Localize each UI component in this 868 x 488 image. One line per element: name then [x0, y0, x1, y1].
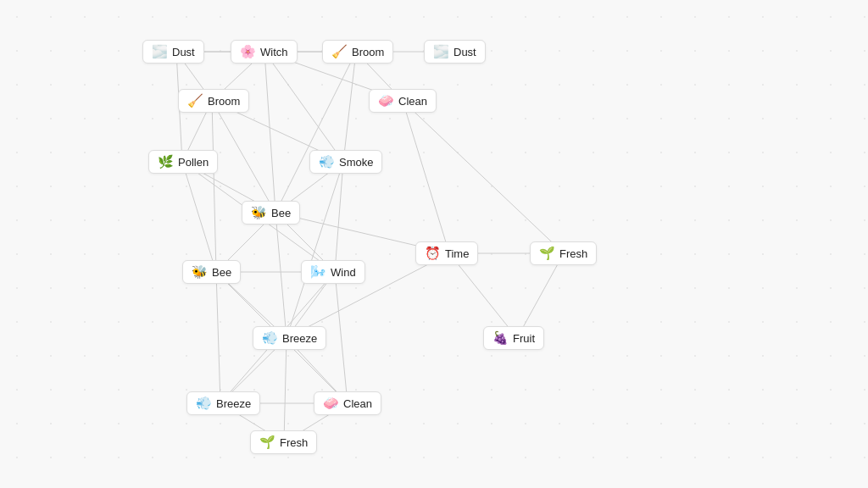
node-witch[interactable]: 🌸Witch [231, 40, 298, 64]
node-emoji-broom2: 🧹 [187, 93, 203, 108]
node-label-breeze2: Breeze [216, 397, 251, 410]
svg-line-30 [449, 253, 517, 338]
node-pollen[interactable]: 🌿Pollen [148, 150, 218, 174]
node-label-dust1: Dust [172, 46, 195, 58]
svg-line-24 [287, 162, 343, 338]
node-emoji-fresh2: 🌱 [259, 435, 275, 450]
svg-line-17 [403, 101, 449, 253]
svg-line-34 [216, 272, 220, 403]
node-broom2[interactable]: 🧹Broom [178, 89, 249, 113]
node-fresh1[interactable]: 🌱Fresh [530, 241, 597, 265]
node-label-bee1: Bee [271, 207, 291, 219]
svg-line-8 [264, 52, 275, 213]
node-wind[interactable]: 🌬️Wind [301, 260, 365, 284]
svg-line-7 [264, 52, 343, 162]
node-label-clean1: Clean [398, 95, 427, 108]
node-emoji-witch: 🌸 [240, 44, 256, 59]
node-dust2[interactable]: 🌫️Dust [424, 40, 486, 64]
node-dust1[interactable]: 🌫️Dust [142, 40, 204, 64]
svg-line-38 [335, 272, 348, 403]
node-label-wind: Wind [331, 266, 356, 279]
node-breeze1[interactable]: 💨Breeze [253, 326, 326, 350]
node-emoji-dust2: 🌫️ [433, 44, 449, 59]
node-emoji-time: ⏰ [425, 246, 441, 261]
node-bee2[interactable]: 🐝Bee [182, 260, 241, 284]
node-emoji-pollen: 🌿 [158, 154, 174, 169]
node-smoke[interactable]: 💨Smoke [309, 150, 382, 174]
node-emoji-clean1: 🧼 [378, 93, 394, 108]
node-label-broom1: Broom [352, 46, 384, 58]
node-breeze2[interactable]: 💨Breeze [186, 391, 260, 415]
svg-line-12 [275, 52, 356, 213]
node-emoji-bee1: 🐝 [251, 205, 267, 220]
svg-line-15 [212, 101, 275, 213]
svg-line-41 [284, 338, 287, 442]
node-fruit[interactable]: 🍇Fruit [483, 326, 544, 350]
node-bee1[interactable]: 🐝Bee [242, 201, 300, 225]
svg-line-11 [343, 52, 356, 162]
node-label-bee2: Bee [212, 266, 231, 279]
node-label-time: Time [445, 247, 469, 260]
node-label-fruit: Fruit [513, 332, 535, 345]
node-label-breeze1: Breeze [282, 332, 317, 345]
node-label-fresh2: Fresh [280, 436, 308, 449]
node-label-clean2: Clean [343, 397, 372, 410]
svg-line-23 [335, 162, 343, 272]
node-clean2[interactable]: 🧼Clean [314, 391, 381, 415]
node-label-pollen: Pollen [178, 156, 209, 169]
node-emoji-breeze1: 💨 [262, 330, 278, 346]
node-emoji-smoke: 💨 [319, 154, 335, 169]
node-time[interactable]: ⏰Time [415, 241, 478, 265]
svg-line-18 [403, 101, 564, 253]
node-fresh2[interactable]: 🌱Fresh [250, 430, 317, 454]
node-broom1[interactable]: 🧹Broom [322, 40, 393, 64]
node-emoji-fresh1: 🌱 [539, 246, 555, 261]
node-clean1[interactable]: 🧼Clean [369, 89, 437, 113]
node-emoji-dust1: 🌫️ [152, 44, 168, 59]
node-emoji-clean2: 🧼 [323, 396, 339, 411]
svg-line-45 [517, 253, 564, 338]
node-emoji-fruit: 🍇 [492, 330, 509, 346]
node-label-fresh1: Fresh [559, 247, 587, 260]
node-label-broom2: Broom [208, 95, 240, 108]
node-label-dust2: Dust [453, 46, 476, 58]
node-label-witch: Witch [260, 46, 288, 58]
node-emoji-wind: 🌬️ [310, 264, 326, 280]
node-emoji-breeze2: 💨 [196, 396, 212, 411]
svg-line-28 [275, 213, 287, 338]
svg-line-20 [182, 162, 216, 272]
svg-line-16 [212, 101, 216, 272]
graph-container: 🌫️Dust🌸Witch🧹Broom🌫️Dust🧹Broom🧼Clean🌿Pol… [0, 0, 868, 488]
node-label-smoke: Smoke [339, 156, 373, 169]
node-emoji-bee2: 🐝 [192, 264, 208, 280]
node-emoji-broom1: 🧹 [331, 44, 348, 59]
